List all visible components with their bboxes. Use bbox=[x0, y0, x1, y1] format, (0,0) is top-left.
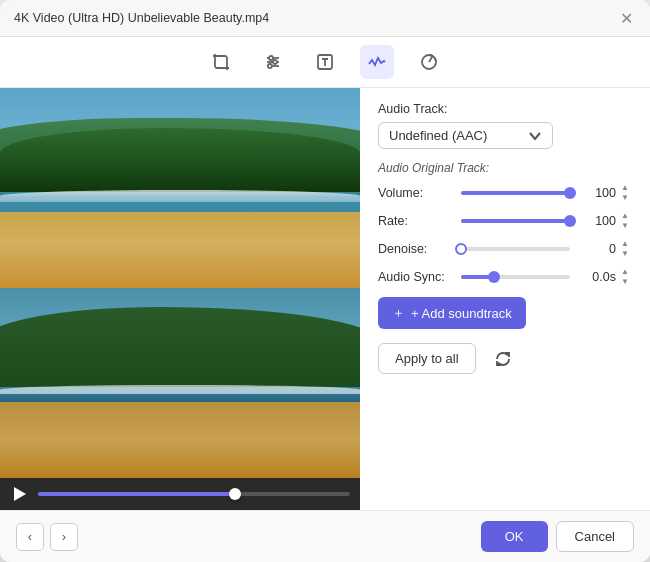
sync-thumb[interactable] bbox=[488, 271, 500, 283]
rate-thumb[interactable] bbox=[564, 215, 576, 227]
cancel-button[interactable]: Cancel bbox=[556, 521, 634, 552]
apply-all-button[interactable]: Apply to all bbox=[378, 343, 476, 374]
volume-fill bbox=[461, 191, 570, 195]
volume-label: Volume: bbox=[378, 186, 453, 200]
original-track-label: Audio Original Track: bbox=[378, 161, 632, 175]
audio-track-label: Audio Track: bbox=[378, 102, 632, 116]
top-video-preview: Output Preview 00:38:48/01:01:13 bbox=[0, 88, 360, 288]
toolbar-text-button[interactable] bbox=[308, 45, 342, 79]
denoise-label: Denoise: bbox=[378, 242, 453, 256]
add-soundtrack-label: + Add soundtrack bbox=[411, 306, 512, 321]
ok-button[interactable]: OK bbox=[481, 521, 548, 552]
add-soundtrack-icon: ＋ bbox=[392, 304, 405, 322]
audio-track-select[interactable]: Undefined (AAC) bbox=[378, 122, 553, 149]
sand-top bbox=[0, 212, 360, 288]
audio-track-value: Undefined (AAC) bbox=[389, 128, 487, 143]
rate-label: Rate: bbox=[378, 214, 453, 228]
cancel-label: Cancel bbox=[575, 529, 615, 544]
rate-up[interactable]: ▲ bbox=[618, 211, 632, 221]
ok-label: OK bbox=[505, 529, 524, 544]
svg-point-5 bbox=[268, 64, 272, 68]
denoise-up[interactable]: ▲ bbox=[618, 239, 632, 249]
volume-thumb[interactable] bbox=[564, 187, 576, 199]
denoise-value-unit: 0 ▲ ▼ bbox=[578, 239, 632, 259]
sand-bottom bbox=[0, 402, 360, 478]
rate-spinbox[interactable]: ▲ ▼ bbox=[618, 211, 632, 231]
denoise-value: 0 bbox=[578, 242, 616, 256]
toolbar-crop-button[interactable] bbox=[204, 45, 238, 79]
denoise-row: Denoise: 0 ▲ ▼ bbox=[378, 239, 632, 259]
denoise-thumb[interactable] bbox=[455, 243, 467, 255]
toolbar bbox=[0, 37, 650, 88]
volume-row: Volume: 100 ▲ ▼ bbox=[378, 183, 632, 203]
rate-row: Rate: 100 ▲ ▼ bbox=[378, 211, 632, 231]
denoise-down[interactable]: ▼ bbox=[618, 249, 632, 259]
volume-value: 100 bbox=[578, 186, 616, 200]
title-bar: 4K Video (Ultra HD) Unbelievable Beauty.… bbox=[0, 0, 650, 37]
nav-buttons: ‹ › bbox=[16, 523, 78, 551]
sync-spinbox[interactable]: ▲ ▼ bbox=[618, 267, 632, 287]
toolbar-enhance-button[interactable] bbox=[256, 45, 290, 79]
action-buttons: OK Cancel bbox=[481, 521, 634, 552]
audio-sync-label: Audio Sync: bbox=[378, 270, 453, 284]
sync-down[interactable]: ▼ bbox=[618, 277, 632, 287]
volume-value-unit: 100 ▲ ▼ bbox=[578, 183, 632, 203]
svg-point-4 bbox=[273, 60, 277, 64]
rate-value: 100 bbox=[578, 214, 616, 228]
app-window: 4K Video (Ultra HD) Unbelievable Beauty.… bbox=[0, 0, 650, 562]
denoise-spinbox[interactable]: ▲ ▼ bbox=[618, 239, 632, 259]
progress-thumb[interactable] bbox=[229, 488, 241, 500]
sync-up[interactable]: ▲ bbox=[618, 267, 632, 277]
svg-marker-8 bbox=[14, 487, 26, 501]
trees-front-bottom bbox=[0, 307, 360, 393]
audio-track-select-row: Undefined (AAC) bbox=[378, 122, 632, 149]
rate-slider[interactable] bbox=[461, 219, 570, 223]
main-content: Output Preview 00:38:48/01:01:13 bbox=[0, 88, 650, 510]
prev-button[interactable]: ‹ bbox=[16, 523, 44, 551]
volume-down[interactable]: ▼ bbox=[618, 193, 632, 203]
progress-track[interactable] bbox=[38, 492, 350, 496]
audio-sync-row: Audio Sync: 0.0s ▲ ▼ bbox=[378, 267, 632, 287]
right-panel: Audio Track: Undefined (AAC) Audio Origi… bbox=[360, 88, 650, 510]
toolbar-audio-button[interactable] bbox=[360, 45, 394, 79]
svg-point-3 bbox=[269, 56, 273, 60]
toolbar-effects-button[interactable] bbox=[412, 45, 446, 79]
play-button[interactable] bbox=[10, 484, 30, 504]
wave-bottom bbox=[0, 385, 360, 395]
apply-all-label: Apply to all bbox=[395, 351, 459, 366]
bottom-video-preview bbox=[0, 288, 360, 478]
close-button[interactable]: ✕ bbox=[616, 8, 636, 28]
sync-value: 0.0s bbox=[578, 270, 616, 284]
volume-slider[interactable] bbox=[461, 191, 570, 195]
volume-up[interactable]: ▲ bbox=[618, 183, 632, 193]
rate-value-unit: 100 ▲ ▼ bbox=[578, 211, 632, 231]
volume-spinbox[interactable]: ▲ ▼ bbox=[618, 183, 632, 203]
rate-fill bbox=[461, 219, 570, 223]
apply-row: Apply to all bbox=[378, 343, 632, 374]
bottom-bar: ‹ › OK Cancel bbox=[0, 510, 650, 562]
beach-scene-top bbox=[0, 88, 360, 288]
rate-down[interactable]: ▼ bbox=[618, 221, 632, 231]
beach-scene-bottom bbox=[0, 288, 360, 478]
add-soundtrack-button[interactable]: ＋ + Add soundtrack bbox=[378, 297, 526, 329]
window-title: 4K Video (Ultra HD) Unbelievable Beauty.… bbox=[14, 11, 269, 25]
next-button[interactable]: › bbox=[50, 523, 78, 551]
left-panel: Output Preview 00:38:48/01:01:13 bbox=[0, 88, 360, 510]
sync-value-unit: 0.0s ▲ ▼ bbox=[578, 267, 632, 287]
trees-front-top bbox=[0, 128, 360, 198]
playback-bar bbox=[0, 478, 360, 510]
sync-slider[interactable] bbox=[461, 275, 570, 279]
wave-top bbox=[0, 190, 360, 202]
refresh-button[interactable] bbox=[488, 344, 518, 374]
progress-fill bbox=[38, 492, 235, 496]
denoise-slider[interactable] bbox=[461, 247, 570, 251]
